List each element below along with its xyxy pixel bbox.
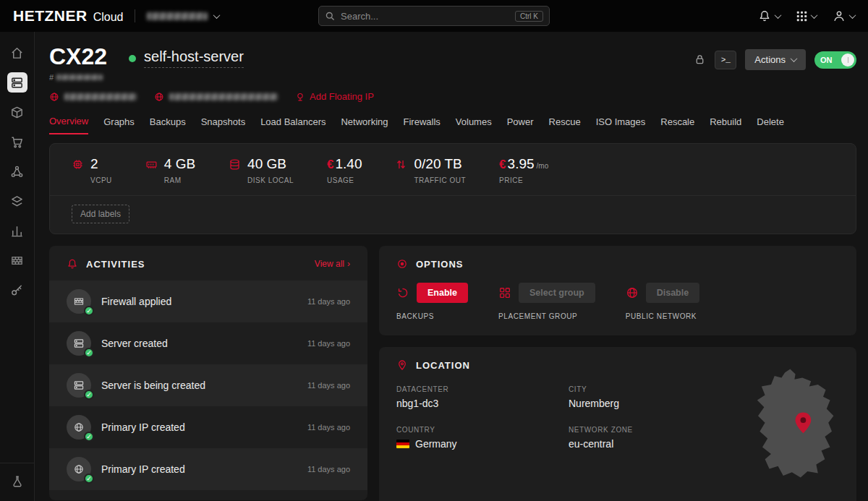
layers-icon (10, 194, 24, 208)
stat-value: 4 GB (164, 156, 195, 172)
sidebar-item-marketplace[interactable] (7, 132, 27, 152)
power-toggle[interactable]: ON (814, 51, 856, 69)
chevron-down-icon (849, 12, 856, 19)
tab-rescale[interactable]: Rescale (660, 116, 694, 134)
stat-disk: 40 GB DISK LOCAL (229, 156, 294, 184)
firewall-icon (73, 296, 85, 307)
project-selector[interactable] (147, 12, 219, 20)
stat-ram: 4 GB RAM (145, 156, 195, 184)
euro-icon: € (499, 158, 506, 172)
tab-rebuild[interactable]: Rebuild (710, 116, 741, 134)
actions-button[interactable]: Actions (745, 49, 806, 70)
activity-row: ✓ Firewall applied 11 days ago (49, 281, 367, 322)
price-suffix: /mo (537, 162, 549, 170)
tab-delete[interactable]: Delete (757, 116, 784, 134)
tab-backups[interactable]: Backups (150, 116, 186, 134)
activity-time: 11 days ago (307, 423, 350, 432)
console-button[interactable]: >_ (715, 51, 736, 69)
add-labels-button[interactable]: Add labels (72, 205, 129, 223)
traffic-arrows-icon (395, 158, 407, 174)
cube-icon (10, 106, 24, 119)
activity-avatar: ✓ (67, 331, 91, 356)
activity-row: ✓ Primary IP created 11 days ago (49, 448, 367, 490)
field-network-zone: NETWORK ZONE eu-central (569, 426, 757, 450)
sidebar-item-volumes[interactable] (7, 102, 27, 122)
field-city: CITY Nuremberg (569, 385, 757, 409)
sidebar-item-metrics[interactable] (7, 220, 27, 241)
activities-card: ACTIVITIES View all › ✓ Firewall applied… (49, 246, 367, 500)
tab-graphs[interactable]: Graphs (103, 116, 135, 134)
redacted-server-id (56, 74, 103, 80)
activity-label: Server is being created (101, 380, 205, 391)
server-tabs: Overview Graphs Backups Snapshots Load B… (49, 116, 856, 134)
search-input[interactable] (341, 11, 509, 22)
redacted-ipv4 (64, 93, 137, 100)
content-columns: ACTIVITIES View all › ✓ Firewall applied… (49, 246, 856, 501)
server-name[interactable]: self-host-server (144, 48, 244, 68)
server-icon (10, 76, 24, 90)
disk-icon (229, 158, 241, 174)
tab-power[interactable]: Power (507, 116, 534, 134)
sidebar-item-networks[interactable] (7, 161, 27, 181)
success-check-icon: ✓ (84, 432, 94, 442)
sidebar-item-security[interactable] (7, 280, 27, 300)
sidebar-item-labs[interactable] (7, 471, 27, 492)
placement-group-icon (498, 286, 511, 299)
option-label: PLACEMENT GROUP (498, 312, 595, 320)
stat-value: 2 (90, 156, 98, 172)
tab-iso-images[interactable]: ISO Images (596, 116, 646, 134)
apps-menu-button[interactable] (796, 11, 817, 22)
ram-icon (145, 158, 158, 174)
search-icon (325, 11, 335, 21)
activity-time: 11 days ago (307, 297, 350, 306)
bar-chart-icon (10, 224, 24, 238)
tab-volumes[interactable]: Volumes (456, 116, 492, 134)
tab-networking[interactable]: Networking (341, 116, 388, 134)
tab-snapshots[interactable]: Snapshots (201, 116, 245, 134)
sidebar-item-home[interactable] (7, 43, 27, 63)
history-icon (396, 286, 409, 299)
field-country: COUNTRY Germany (396, 426, 569, 450)
tab-overview[interactable]: Overview (49, 116, 88, 134)
sidebar-item-firewalls[interactable] (7, 250, 27, 270)
floating-ip-icon (295, 92, 305, 102)
activity-time: 11 days ago (307, 465, 350, 474)
options-card: OPTIONS Enable BACKUPS (379, 246, 856, 335)
sidebar-item-snapshots[interactable] (7, 191, 27, 211)
activity-avatar: ✓ (67, 415, 91, 440)
option-placement-group: Select group PLACEMENT GROUP (498, 283, 595, 320)
server-type-block: CX22 # (49, 45, 107, 82)
field-value: nbg1-dc3 (396, 398, 569, 409)
field-label: CITY (569, 385, 757, 393)
sidebar-item-servers[interactable] (7, 72, 27, 93)
enable-backups-button[interactable]: Enable (417, 283, 468, 303)
notifications-button[interactable] (758, 9, 780, 22)
stat-traffic: 0/20 TB TRAFFIC OUT (395, 156, 466, 184)
server-type: CX22 (49, 45, 107, 68)
tab-load-balancers[interactable]: Load Balancers (260, 116, 326, 134)
disable-public-network-button: Disable (646, 283, 699, 303)
activity-avatar: ✓ (67, 373, 91, 398)
protection-lock-button[interactable] (694, 53, 706, 66)
redacted-project-name (147, 12, 208, 20)
map-pin-icon (396, 359, 408, 371)
ipv6-item (154, 92, 278, 102)
network-nodes-icon (10, 165, 24, 179)
view-all-link[interactable]: View all › (315, 259, 350, 269)
success-check-icon: ✓ (84, 306, 94, 316)
option-label: BACKUPS (396, 312, 468, 320)
tab-firewalls[interactable]: Firewalls (404, 116, 441, 134)
right-column: OPTIONS Enable BACKUPS (379, 246, 856, 501)
activities-list: ✓ Firewall applied 11 days ago ✓ Server … (49, 281, 367, 490)
sidebar (0, 32, 35, 501)
stat-usage: € 1.40 USAGE (327, 156, 362, 184)
country-name: Germany (415, 438, 457, 450)
option-label: PUBLIC NETWORK (626, 312, 699, 320)
success-check-icon: ✓ (84, 390, 94, 400)
activity-avatar: ✓ (67, 457, 91, 481)
account-menu-button[interactable] (833, 9, 855, 22)
field-datacenter: DATACENTER nbg1-dc3 (396, 385, 569, 409)
bell-icon (67, 258, 78, 270)
add-floating-ip-link[interactable]: Add Floating IP (295, 91, 374, 102)
tab-rescue[interactable]: Rescue (549, 116, 581, 134)
